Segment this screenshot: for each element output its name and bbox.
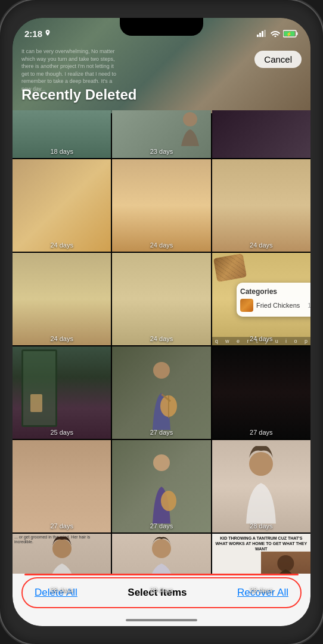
photo-cell[interactable]: 27 days — [112, 440, 210, 532]
svg-point-9 — [153, 362, 170, 379]
photo-days: 24 days — [112, 335, 210, 342]
category-count: 1 — [308, 302, 310, 309]
photo-cell[interactable]: 24 days — [112, 159, 210, 252]
section-title: Recently Deleted — [21, 86, 136, 103]
photo-days: 24 days — [212, 242, 310, 249]
svg-point-14 — [161, 491, 176, 511]
photo-days: 23 days — [112, 148, 210, 155]
battery-icon: ⚡ — [283, 30, 299, 38]
photo-days: 25 days — [13, 429, 111, 436]
bottom-bar: Delete All Select Items Recover All — [13, 574, 310, 626]
photo-days: 28 days — [212, 586, 310, 593]
home-indicator — [126, 619, 197, 621]
photo-days: 27 days — [112, 522, 210, 530]
photo-cell[interactable]: 23 days — [112, 110, 210, 158]
category-item[interactable]: Fried Chickens 1 › — [240, 299, 310, 312]
photo-cell[interactable]: 28 days — [112, 534, 210, 596]
photo-cell[interactable]: 24 days — [212, 159, 310, 252]
meme-text-top: KID THROWING A TANTRUM CUZ THAT'S WHAT W… — [214, 535, 309, 552]
svg-rect-2 — [262, 31, 263, 37]
photo-days: 27 days — [112, 429, 210, 436]
svg-point-17 — [152, 539, 171, 558]
photo-days: 27 days — [212, 429, 310, 436]
svg-point-18 — [278, 555, 294, 572]
photo-cell[interactable]: 27 days — [212, 346, 310, 439]
guitar-person-icon — [138, 358, 185, 430]
photo-cell[interactable]: 24 days — [112, 253, 210, 345]
photo-cell[interactable] — [212, 110, 310, 158]
photo-days: 28 days — [112, 586, 210, 593]
svg-point-16 — [52, 539, 72, 558]
photo-cell[interactable]: KID THROWING A TANTRUM CUZ THAT'S WHAT W… — [212, 534, 310, 596]
bottom-bar-border — [24, 574, 299, 575]
photo-cell[interactable]: Categories Fried Chickens 1 › qwertyuiop… — [212, 253, 310, 345]
photo-cell[interactable]: 24 days — [13, 253, 111, 345]
photo-cell[interactable]: 27 days — [13, 440, 111, 532]
woman-portrait-icon — [237, 446, 285, 524]
svg-rect-5 — [297, 32, 298, 35]
svg-rect-3 — [264, 30, 266, 37]
signal-icon — [257, 30, 268, 37]
categories-title: Categories — [240, 287, 310, 296]
cancel-button[interactable]: Cancel — [254, 51, 302, 68]
photo-cell[interactable]: ... or get groomed in the mind. Her hair… — [13, 534, 111, 596]
status-time: 2:18 — [24, 29, 51, 39]
photo-days: 24 days — [13, 242, 111, 249]
notch — [120, 18, 203, 36]
phone-frame: 2:18 — [0, 0, 323, 644]
photo-days: 24 days — [212, 335, 310, 342]
photo-cell[interactable]: 24 days — [13, 159, 111, 252]
wifi-icon — [271, 30, 280, 37]
photo-cell[interactable]: 27 days — [112, 346, 210, 439]
status-icons: ⚡ — [257, 30, 299, 38]
photo-cell[interactable]: 25 days — [13, 346, 111, 439]
photo-days: 18 days — [13, 148, 111, 155]
svg-rect-1 — [259, 33, 261, 37]
svg-text:⚡: ⚡ — [286, 31, 292, 37]
guitar-person2-icon — [138, 452, 185, 524]
photo-days: 28 days — [212, 522, 310, 530]
svg-point-13 — [153, 454, 170, 471]
location-icon — [45, 30, 51, 37]
phone-screen: 2:18 — [13, 18, 310, 626]
category-label: Fried Chickens — [256, 302, 305, 309]
photo-days: 28 days — [13, 586, 111, 593]
photo-days: 24 days — [13, 335, 111, 342]
person-silhouette — [175, 110, 205, 146]
photo-cell[interactable]: 18 days — [13, 110, 111, 158]
photo-days: 24 days — [112, 242, 210, 249]
svg-point-8 — [183, 112, 197, 126]
screen-content: 2:18 — [13, 18, 310, 626]
svg-rect-0 — [257, 35, 259, 37]
photo-cell[interactable]: 28 days — [212, 440, 310, 532]
photo-grid: 18 days 23 days 24 days — [13, 110, 310, 596]
svg-point-15 — [249, 452, 273, 476]
categories-popup: Categories Fried Chickens 1 › — [237, 283, 310, 317]
photo-days: 27 days — [13, 522, 111, 530]
